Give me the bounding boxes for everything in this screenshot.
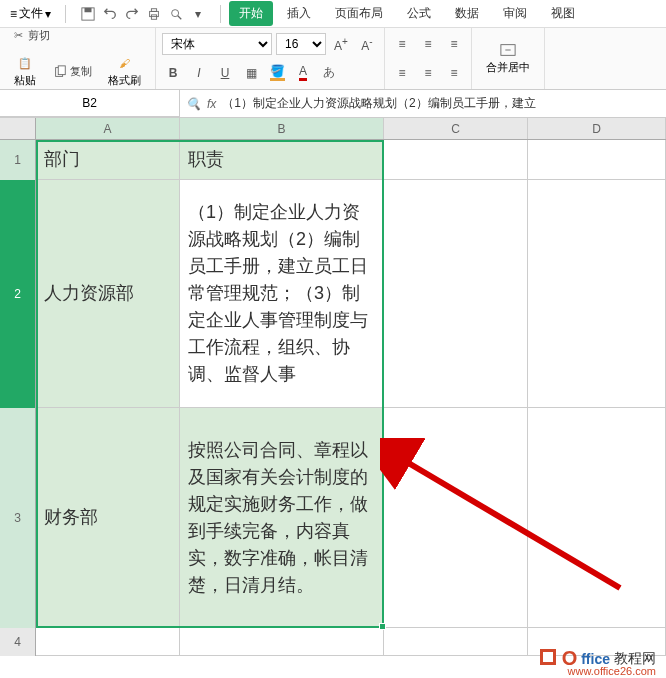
tab-insert[interactable]: 插入 (277, 1, 321, 26)
qat-print-icon[interactable] (144, 4, 164, 24)
divider (65, 5, 66, 23)
qat-redo-icon[interactable] (122, 4, 142, 24)
qat-save-icon[interactable] (78, 4, 98, 24)
pinyin-button[interactable]: あ (318, 62, 340, 84)
col-header-D[interactable]: D (528, 118, 666, 139)
align-right-button[interactable]: ≡ (443, 62, 465, 84)
column-headers: A B C D (0, 118, 666, 140)
cell-D2[interactable] (528, 180, 666, 408)
qat-more-icon[interactable]: ▾ (188, 4, 208, 24)
cell-B3[interactable]: 按照公司合同、章程以及国家有关会计制度的规定实施财务工作，做到手续完备，内容真实… (180, 408, 384, 628)
dropdown-icon: ▾ (45, 7, 51, 21)
align-bottom-button[interactable]: ≡ (443, 33, 465, 55)
name-box[interactable] (0, 90, 180, 117)
cell-A3[interactable]: 财务部 (36, 408, 180, 628)
row-header-3[interactable]: 3 (0, 408, 36, 628)
col-header-A[interactable]: A (36, 118, 180, 139)
row-header-1[interactable]: 1 (0, 140, 36, 180)
merge-group: 合并居中 (472, 28, 545, 89)
brush-icon: 🖌 (117, 55, 133, 71)
cell-A2[interactable]: 人力资源部 (36, 180, 180, 408)
menu-hamburger[interactable]: ≡ 文件 ▾ (4, 3, 57, 24)
formula-input[interactable] (222, 97, 660, 111)
row-header-4[interactable]: 4 (0, 628, 36, 656)
cell-B2[interactable]: （1）制定企业人力资源战略规划（2）编制员工手册，建立员工日常管理规范；（3）制… (180, 180, 384, 408)
cell-D1[interactable] (528, 140, 666, 180)
cell-C2[interactable] (384, 180, 528, 408)
fill-color-button[interactable]: 🪣 (266, 62, 288, 84)
col-header-B[interactable]: B (180, 118, 384, 139)
fx-label[interactable]: fx (207, 97, 216, 111)
table-row: 1 部门 职责 (0, 140, 666, 180)
cell-B1[interactable]: 职责 (180, 140, 384, 180)
font-size-select[interactable]: 16 (276, 33, 326, 55)
clipboard-group: ✂ 剪切 📋 粘贴 复制 🖌 格式刷 (0, 28, 156, 89)
align-left-button[interactable]: ≡ (391, 62, 413, 84)
qat-preview-icon[interactable] (166, 4, 186, 24)
tab-start[interactable]: 开始 (229, 1, 273, 26)
increase-font-button[interactable]: A+ (330, 33, 352, 55)
font-increase-icon: A+ (334, 36, 348, 53)
align-top-icon: ≡ (398, 37, 405, 51)
tab-review[interactable]: 审阅 (493, 1, 537, 26)
svg-point-5 (172, 9, 179, 16)
border-button[interactable]: ▦ (240, 62, 262, 84)
cell-B4[interactable] (180, 628, 384, 656)
table-row: 2 人力资源部 （1）制定企业人力资源战略规划（2）编制员工手册，建立员工日常管… (0, 180, 666, 408)
tab-page-layout[interactable]: 页面布局 (325, 1, 393, 26)
cell-D3[interactable] (528, 408, 666, 628)
align-center-icon: ≡ (424, 66, 431, 80)
align-right-icon: ≡ (450, 66, 457, 80)
border-icon: ▦ (246, 66, 257, 80)
merge-center-button[interactable]: 合并居中 (478, 38, 538, 79)
col-header-C[interactable]: C (384, 118, 528, 139)
select-all-corner[interactable] (0, 118, 36, 139)
align-middle-icon: ≡ (424, 37, 431, 51)
underline-icon: U (221, 66, 230, 80)
bold-button[interactable]: B (162, 62, 184, 84)
tab-data[interactable]: 数据 (445, 1, 489, 26)
cell-C1[interactable] (384, 140, 528, 180)
cell-D4[interactable] (528, 628, 666, 656)
qat-undo-icon[interactable] (100, 4, 120, 24)
copy-button[interactable]: 复制 (48, 62, 96, 82)
svg-rect-1 (85, 7, 92, 11)
paste-label: 粘贴 (14, 73, 36, 88)
align-top-button[interactable]: ≡ (391, 33, 413, 55)
svg-line-6 (178, 15, 182, 19)
bucket-icon: 🪣 (270, 64, 285, 81)
align-left-icon: ≡ (398, 66, 405, 80)
font-group: 宋体 16 A+ A- B I U ▦ 🪣 A あ (156, 28, 385, 89)
copy-icon (52, 64, 68, 80)
cell-C4[interactable] (384, 628, 528, 656)
decrease-font-button[interactable]: A- (356, 33, 378, 55)
font-name-select[interactable]: 宋体 (162, 33, 272, 55)
tab-formula[interactable]: 公式 (397, 1, 441, 26)
table-row: 3 财务部 按照公司合同、章程以及国家有关会计制度的规定实施财务工作，做到手续完… (0, 408, 666, 628)
cut-label: 剪切 (28, 28, 50, 43)
cut-button[interactable]: ✂ 剪切 (6, 25, 54, 45)
italic-button[interactable]: I (188, 62, 210, 84)
font-decrease-icon: A- (361, 36, 372, 53)
merge-label: 合并居中 (486, 60, 530, 75)
name-box-input[interactable] (0, 96, 179, 110)
align-middle-button[interactable]: ≡ (417, 33, 439, 55)
clipboard-icon: 📋 (17, 55, 33, 71)
cell-A4[interactable] (36, 628, 180, 656)
alignment-group: ≡ ≡ ≡ ≡ ≡ ≡ (385, 28, 472, 89)
align-center-button[interactable]: ≡ (417, 62, 439, 84)
cell-A1[interactable]: 部门 (36, 140, 180, 180)
tab-view[interactable]: 视图 (541, 1, 585, 26)
menu-bar: ≡ 文件 ▾ ▾ 开始 插入 页面布局 公式 数据 审阅 视图 (0, 0, 666, 28)
format-painter-button[interactable]: 🖌 格式刷 (100, 51, 149, 92)
hamburger-icon: ≡ (10, 7, 17, 21)
lookup-icon[interactable]: 🔍 (186, 97, 201, 111)
divider (220, 5, 221, 23)
paste-button[interactable]: 📋 粘贴 (6, 51, 44, 92)
ribbon-toolbar: ✂ 剪切 📋 粘贴 复制 🖌 格式刷 宋体 16 (0, 28, 666, 90)
underline-button[interactable]: U (214, 62, 236, 84)
scissors-icon: ✂ (10, 27, 26, 43)
row-header-2[interactable]: 2 (0, 180, 36, 408)
font-color-button[interactable]: A (292, 62, 314, 84)
cell-C3[interactable] (384, 408, 528, 628)
